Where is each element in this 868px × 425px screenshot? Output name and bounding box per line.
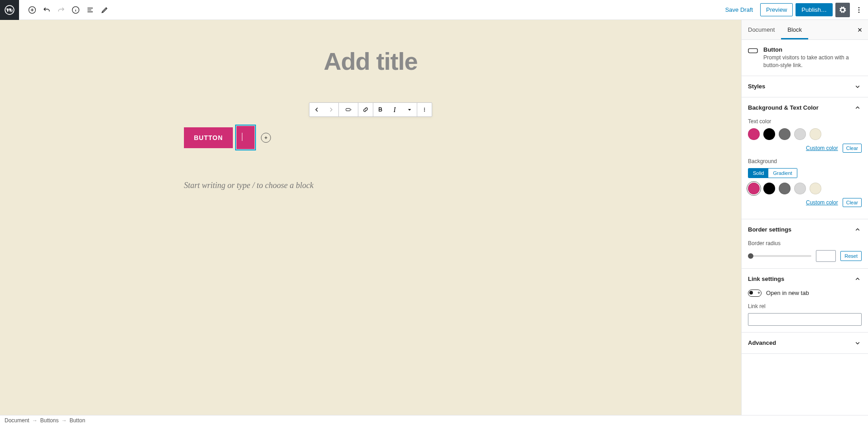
settings-sidebar: Document Block Button Prompt visitors to… [741, 20, 868, 415]
border-radius-slider[interactable] [748, 255, 811, 257]
save-draft-button[interactable]: Save Draft [721, 4, 757, 16]
chevron-down-icon [854, 82, 862, 91]
background-swatches [748, 183, 862, 194]
crumb-separator: → [61, 417, 67, 424]
panel-styles-label: Styles [748, 83, 765, 90]
svg-point-8 [424, 109, 425, 110]
preview-button[interactable]: Preview [760, 3, 793, 16]
block-toolbar [309, 102, 432, 117]
top-toolbar: Save Draft Preview Publish… [0, 0, 868, 20]
bg-solid-button[interactable]: Solid [748, 169, 768, 178]
bg-swatch-cream[interactable] [810, 183, 821, 194]
panel-border-toggle[interactable]: Border settings [742, 219, 868, 240]
swatch-lightgray[interactable] [794, 128, 806, 140]
border-radius-input[interactable] [816, 250, 836, 262]
chevron-up-icon [854, 275, 862, 283]
background-type-toggle: Solid Gradient [748, 168, 797, 178]
swatch-black[interactable] [763, 128, 775, 140]
swatch-gray[interactable] [779, 128, 791, 140]
undo-button[interactable] [40, 3, 53, 17]
bold-button[interactable] [373, 103, 388, 116]
bg-swatch-lightgray[interactable] [794, 183, 806, 194]
add-button-inline[interactable] [261, 133, 271, 143]
italic-button[interactable] [388, 103, 402, 116]
crumb-separator: → [32, 417, 38, 424]
block-name: Button [763, 46, 862, 53]
nav-prev-button[interactable] [309, 103, 324, 116]
svg-rect-6 [346, 108, 350, 111]
panel-link-label: Link settings [748, 275, 784, 282]
buttons-block: BUTTON [180, 126, 561, 149]
svg-point-3 [858, 7, 860, 8]
tab-block[interactable]: Block [781, 20, 808, 39]
open-new-tab-toggle[interactable] [748, 290, 762, 297]
svg-point-7 [424, 108, 425, 109]
block-description: Prompt visitors to take action with a bu… [763, 54, 862, 69]
border-radius-reset-button[interactable]: Reset [840, 251, 862, 261]
more-formatting-button[interactable] [402, 103, 417, 116]
crumb-buttons[interactable]: Buttons [40, 417, 59, 424]
bg-swatch-black[interactable] [763, 183, 775, 194]
add-block-button[interactable] [25, 3, 39, 17]
link-rel-input[interactable] [748, 313, 862, 326]
panel-border-label: Border settings [748, 226, 791, 233]
panel-colors-label: Background & Text Color [748, 104, 819, 111]
panel-link-toggle[interactable]: Link settings [742, 269, 868, 290]
crumb-button[interactable]: Button [69, 417, 85, 424]
svg-point-9 [424, 111, 425, 111]
more-menu-button[interactable] [853, 3, 865, 17]
custom-bg-color-link[interactable]: Custom color [806, 199, 838, 206]
text-color-swatches [748, 128, 862, 140]
nav-next-button[interactable] [324, 103, 338, 116]
chevron-up-icon [854, 226, 862, 234]
chevron-down-icon [854, 339, 862, 347]
swatch-cream[interactable] [810, 128, 821, 140]
crumb-document[interactable]: Document [5, 417, 29, 424]
open-new-tab-label: Open in new tab [766, 290, 809, 296]
text-cursor [242, 133, 242, 141]
bg-swatch-gray[interactable] [779, 183, 791, 194]
bg-gradient-button[interactable]: Gradient [768, 169, 796, 178]
block-type-button[interactable] [339, 103, 358, 116]
bg-swatch-pink[interactable] [748, 183, 760, 194]
custom-text-color-link[interactable]: Custom color [806, 145, 838, 151]
border-radius-label: Border radius [748, 240, 862, 246]
post-title-input[interactable]: Add title [180, 47, 561, 75]
edit-mode-button[interactable] [98, 3, 111, 17]
chevron-up-icon [854, 104, 862, 112]
wordpress-logo[interactable] [0, 0, 19, 20]
panel-styles-toggle[interactable]: Styles [742, 76, 868, 97]
block-options-button[interactable] [417, 103, 432, 116]
publish-button[interactable]: Publish… [796, 3, 833, 16]
editor-canvas[interactable]: Add title [0, 20, 741, 415]
paragraph-placeholder[interactable]: Start writing or type / to choose a bloc… [180, 181, 561, 190]
clear-text-color-button[interactable]: Clear [843, 144, 862, 153]
panel-advanced-toggle[interactable]: Advanced [742, 333, 868, 353]
button-block-2-editing[interactable] [236, 126, 255, 149]
tab-document[interactable]: Document [742, 20, 781, 39]
svg-point-4 [858, 9, 860, 10]
panel-colors-toggle[interactable]: Background & Text Color [742, 97, 868, 118]
block-info-header: Button Prompt visitors to take action wi… [742, 40, 868, 76]
clear-bg-color-button[interactable]: Clear [843, 198, 862, 207]
svg-rect-10 [748, 48, 757, 53]
button-block-icon [748, 47, 758, 54]
close-sidebar-button[interactable] [854, 24, 865, 35]
text-color-label: Text color [748, 118, 862, 125]
link-button[interactable] [358, 103, 373, 116]
swatch-pink[interactable] [748, 128, 760, 140]
info-button[interactable] [69, 3, 82, 17]
redo-button[interactable] [54, 3, 68, 17]
settings-button[interactable] [835, 3, 850, 17]
panel-advanced-label: Advanced [748, 339, 776, 346]
button-block-1[interactable]: BUTTON [184, 127, 233, 148]
outline-button[interactable] [83, 3, 97, 17]
background-label: Background [748, 158, 862, 164]
breadcrumb-bar: Document → Buttons → Button [0, 415, 868, 425]
link-rel-label: Link rel [748, 303, 862, 309]
svg-point-5 [858, 11, 860, 13]
